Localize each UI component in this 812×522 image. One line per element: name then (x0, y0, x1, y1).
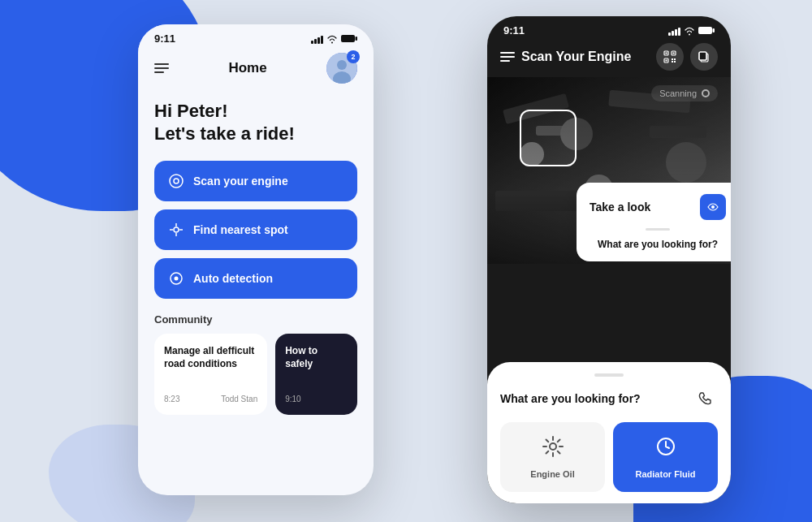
location-icon (167, 221, 185, 239)
what-looking-small: What are you looking for? (590, 239, 726, 250)
right-wifi-icon (684, 26, 695, 36)
scan-icon (167, 172, 185, 190)
engine-oil-option[interactable]: Engine Oil (500, 422, 605, 492)
right-header-left: Scan Your Engine (500, 50, 631, 64)
signal-bars-icon (311, 34, 323, 44)
svg-rect-25 (674, 61, 676, 63)
card-2-title: How to safely (285, 345, 348, 370)
left-phone-body: Hi Peter! Let's take a ride! Scan your e… (138, 92, 374, 423)
card-1-title: Manage all defficult road conditions (164, 345, 257, 370)
svg-rect-19 (666, 53, 667, 54)
svg-point-5 (170, 175, 183, 188)
card-1-time: 8:23 (164, 395, 179, 403)
svg-rect-20 (673, 53, 675, 54)
scan-dot (702, 89, 710, 97)
right-hamburger-icon[interactable] (500, 52, 515, 62)
eye-button[interactable] (700, 194, 726, 220)
svg-rect-14 (698, 27, 712, 34)
greeting-line2: Let's take a ride! (154, 123, 357, 145)
qr-icon (663, 50, 676, 63)
community-section: Community Manage all defficult road cond… (154, 313, 357, 415)
community-card-2[interactable]: How to safely 9:10 (275, 334, 357, 415)
hamburger-menu-icon[interactable] (154, 63, 169, 73)
phone-right: 9:11 (487, 16, 731, 503)
svg-rect-0 (341, 35, 355, 42)
svg-point-29 (711, 205, 715, 209)
left-status-icons (311, 34, 357, 44)
right-header-actions (656, 43, 718, 71)
what-looking-header: What are you looking for? (500, 386, 718, 411)
radiator-fluid-option[interactable]: Radiator Fluid (613, 422, 718, 492)
svg-rect-27 (699, 52, 706, 60)
community-label: Community (154, 313, 357, 326)
svg-rect-22 (672, 58, 673, 60)
left-phone-header: Home 2 (138, 48, 374, 92)
phone-left: 9:11 (138, 24, 374, 495)
radiator-icon (654, 435, 677, 463)
engine-view: Scanning Take a look What are y (487, 77, 731, 264)
auto-detection-button[interactable]: Auto detection (154, 258, 357, 299)
svg-point-3 (337, 60, 347, 70)
svg-point-30 (550, 443, 556, 450)
take-look-card: Take a look What are you looking for? (577, 183, 731, 261)
community-card-1[interactable]: Manage all defficult road conditions 8:2… (154, 334, 267, 415)
phones-wrapper: 9:11 (0, 0, 812, 522)
community-cards: Manage all defficult road conditions 8:2… (154, 334, 357, 415)
svg-rect-24 (672, 61, 673, 63)
card-1-meta: 8:23 Todd Stan (164, 395, 257, 403)
svg-point-13 (175, 277, 179, 281)
right-status-time: 9:11 (503, 24, 525, 37)
battery-icon (341, 34, 357, 43)
card-2-meta: 9:10 (285, 395, 348, 403)
scanning-text: Scanning (659, 88, 697, 98)
radiator-fluid-label: Radiator Fluid (636, 469, 696, 479)
gear-icon (542, 435, 564, 463)
avatar-badge: 2 (347, 50, 360, 63)
svg-rect-15 (713, 28, 715, 32)
svg-point-6 (174, 179, 179, 183)
right-phone-header: Scan Your Engine (487, 40, 731, 77)
qr-button[interactable] (656, 43, 684, 71)
drag-handle (594, 373, 624, 377)
right-status-icons (668, 26, 715, 36)
left-status-time: 9:11 (154, 32, 175, 45)
find-spot-label: Find nearest spot (193, 223, 288, 236)
take-look-row: Take a look (590, 194, 726, 220)
svg-rect-23 (674, 58, 676, 60)
right-page-title: Scan Your Engine (521, 50, 631, 64)
take-look-text: Take a look (590, 201, 650, 214)
svg-rect-21 (666, 60, 667, 62)
scanning-label: Scanning (651, 85, 718, 101)
auto-detection-label: Auto detection (193, 272, 273, 285)
svg-rect-1 (356, 37, 358, 41)
left-page-title: Home (228, 60, 266, 76)
eye-icon (707, 203, 719, 211)
what-looking-title: What are you looking for? (500, 392, 641, 405)
svg-point-7 (174, 227, 179, 232)
avatar-wrapper[interactable]: 2 (326, 53, 357, 84)
right-status-bar: 9:11 (487, 16, 731, 40)
find-spot-button[interactable]: Find nearest spot (154, 209, 357, 250)
right-signal-bars-icon (668, 26, 680, 36)
bottom-panel: What are you looking for? Engine Oil (487, 362, 731, 503)
card-1-author: Todd Stan (221, 395, 257, 403)
option-cards: Engine Oil Radiator Fluid (500, 422, 718, 492)
card-divider (646, 228, 670, 231)
phone-icon (698, 390, 714, 407)
greeting-title: Hi Peter! Let's take a ride! (154, 100, 357, 145)
wifi-icon (326, 34, 338, 44)
scan-engine-button[interactable]: Scan your engine (154, 161, 357, 201)
scan-engine-label: Scan your engine (193, 175, 288, 188)
scan-overlay-frame (520, 110, 577, 166)
copy-icon (698, 50, 710, 63)
engine-oil-label: Engine Oil (530, 469, 574, 479)
left-status-bar: 9:11 (138, 24, 374, 48)
call-button[interactable] (693, 386, 718, 411)
card-2-time: 9:10 (285, 395, 300, 403)
auto-detect-icon (167, 270, 185, 287)
right-battery-icon (698, 26, 715, 35)
greeting-line1: Hi Peter! (154, 100, 357, 123)
copy-button[interactable] (690, 43, 718, 71)
